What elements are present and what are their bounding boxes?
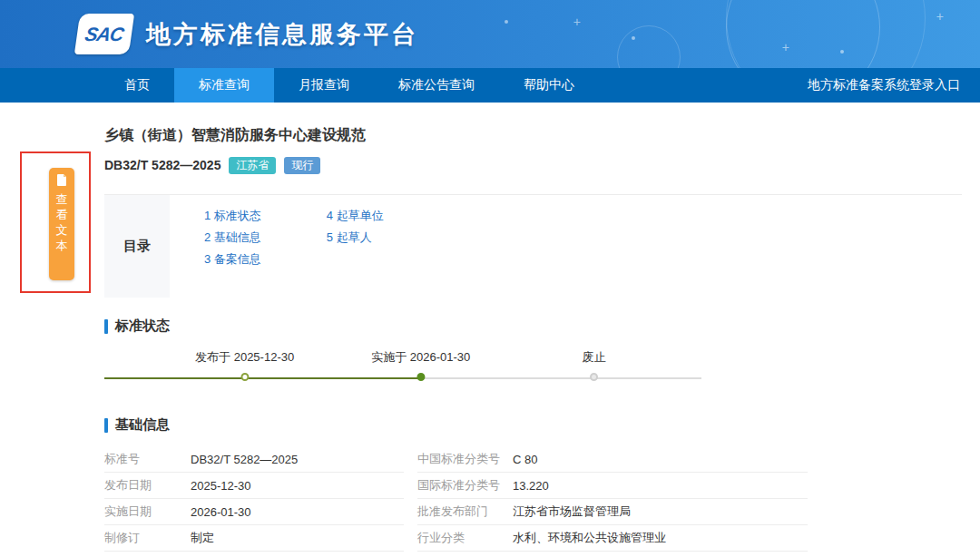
timeline-point: 废止 — [583, 349, 606, 381]
status-badge: 现行 — [284, 157, 320, 174]
toc-link[interactable]: 1 标准状态 — [204, 208, 261, 230]
header-plus-decoration: + — [936, 9, 944, 24]
standard-badges: 江苏省现行 — [220, 156, 320, 174]
document-icon — [57, 174, 67, 189]
info-row: 国际标准分类号13.220 — [417, 473, 808, 499]
info-label: 批准发布部门 — [417, 503, 513, 520]
section-header-basic-info: 基础信息 — [104, 416, 962, 434]
site-title: 地方标准信息服务平台 — [146, 18, 418, 51]
info-column-left: 标准号DB32/T 5282—2025发布日期2025-12-30实施日期202… — [104, 446, 404, 557]
info-row: 行业分类水利、环境和公共设施管理业 — [417, 525, 808, 552]
header-dot-decoration — [632, 36, 635, 40]
timeline-label: 废止 — [583, 349, 606, 366]
timeline-point: 发布于 2025-12-30 — [195, 349, 294, 381]
status-section-title: 标准状态 — [115, 318, 170, 335]
nav-item[interactable]: 帮助中心 — [499, 68, 599, 103]
sac-logo: SAC — [74, 14, 134, 54]
toc-section: 目录 1 标准状态2 基础信息3 备案信息4 起草单位5 起草人 — [104, 194, 962, 298]
site-header: + + + SAC 地方标准信息服务平台 — [0, 0, 980, 68]
info-row: 标准号DB32/T 5282—2025 — [104, 446, 404, 473]
nav-item[interactable]: 标准公告查询 — [374, 68, 499, 103]
header-globe-decoration — [726, 0, 926, 68]
info-value: DB32/T 5282—2025 — [191, 453, 298, 466]
info-row: 标准类别其他标准 — [417, 552, 808, 557]
status-timeline: 发布于 2025-12-30实施于 2026-01-30废止 — [104, 349, 701, 396]
header-circle-decoration — [617, 25, 681, 68]
info-value: 制定 — [191, 530, 214, 546]
info-value: 江苏省市场监督管理局 — [513, 503, 631, 520]
header-plus-decoration: + — [782, 40, 789, 54]
nav-item[interactable]: 月报查询 — [274, 68, 374, 103]
timeline-point: 实施于 2026-01-30 — [371, 349, 470, 381]
info-value: 13.220 — [513, 479, 549, 493]
info-value: 2026-01-30 — [191, 505, 251, 519]
info-label: 中国标准分类号 — [417, 451, 513, 467]
standard-number: DB32/T 5282—2025 — [104, 158, 220, 172]
info-value: 2025-12-30 — [191, 479, 251, 493]
info-label: 实施日期 — [104, 503, 191, 520]
standard-title: 乡镇（街道）智慧消防服务中心建设规范 — [104, 126, 962, 145]
toc-title: 目录 — [104, 195, 170, 298]
toc-links: 1 标准状态2 基础信息3 备案信息4 起草单位5 起草人 — [170, 195, 384, 293]
info-value: 水利、环境和公共设施管理业 — [513, 530, 666, 546]
basic-info-section-title: 基础信息 — [115, 416, 170, 434]
annotation-highlight-box: 查看文本 — [20, 151, 91, 293]
section-marker-icon — [104, 418, 108, 433]
section-marker-icon — [104, 319, 108, 334]
view-text-button[interactable]: 查看文本 — [49, 168, 74, 280]
sac-logo-text: SAC — [83, 24, 125, 45]
status-badge: 江苏省 — [229, 157, 276, 174]
view-text-label: 查看文本 — [55, 191, 69, 253]
section-header-status: 标准状态 — [104, 318, 962, 335]
toc-link[interactable]: 3 备案信息 — [204, 251, 261, 273]
header-plus-decoration: + — [573, 15, 581, 29]
timeline-dot — [590, 373, 598, 381]
info-row: 发布日期2025-12-30 — [104, 473, 404, 499]
toc-link[interactable]: 4 起草单位 — [327, 208, 384, 230]
info-value: C 80 — [513, 453, 537, 466]
info-label: 发布日期 — [104, 477, 191, 493]
nav-items: 首页标准查询月报查询标准公告查询帮助中心 — [100, 68, 599, 103]
nav-item[interactable]: 首页 — [100, 68, 174, 103]
main-nav: 首页标准查询月报查询标准公告查询帮助中心 地方标准备案系统登录入口 — [0, 68, 980, 103]
info-label: 制修订 — [104, 530, 191, 546]
timeline-dot — [240, 373, 249, 381]
toc-link[interactable]: 2 基础信息 — [204, 230, 261, 251]
info-row: 实施日期2026-01-30 — [104, 499, 404, 525]
info-label: 行业分类 — [417, 530, 513, 546]
header-dot-decoration — [505, 20, 508, 24]
status-section: 标准状态 发布于 2025-12-30实施于 2026-01-30废止 — [104, 318, 962, 396]
standard-number-row: DB32/T 5282—2025 江苏省现行 — [104, 156, 962, 174]
page: + + + SAC 地方标准信息服务平台 首页标准查询月报查询标准公告查询帮助中… — [0, 0, 980, 557]
info-row: 制修订制定 — [104, 525, 404, 552]
info-column-right: 中国标准分类号C 80国际标准分类号13.220批准发布部门江苏省市场监督管理局… — [417, 446, 808, 557]
timeline-label: 实施于 2026-01-30 — [371, 349, 470, 366]
header-dot-decoration — [840, 50, 844, 54]
login-entry-link[interactable]: 地方标准备案系统登录入口 — [808, 68, 960, 103]
main-content: 乡镇（街道）智慧消防服务中心建设规范 DB32/T 5282—2025 江苏省现… — [0, 103, 980, 557]
info-label: 标准号 — [104, 451, 191, 467]
info-label: 国际标准分类号 — [417, 477, 513, 493]
basic-info-grid: 标准号DB32/T 5282—2025发布日期2025-12-30实施日期202… — [104, 446, 962, 557]
info-row: 中国标准分类号C 80 — [417, 446, 808, 473]
toc-link[interactable]: 5 起草人 — [327, 230, 384, 251]
timeline-label: 发布于 2025-12-30 — [195, 349, 294, 366]
info-row: 批准发布部门江苏省市场监督管理局 — [417, 499, 808, 525]
nav-item[interactable]: 标准查询 — [174, 68, 274, 103]
basic-info-section: 基础信息 标准号DB32/T 5282—2025发布日期2025-12-30实施… — [104, 416, 962, 557]
timeline-dot — [416, 373, 425, 381]
